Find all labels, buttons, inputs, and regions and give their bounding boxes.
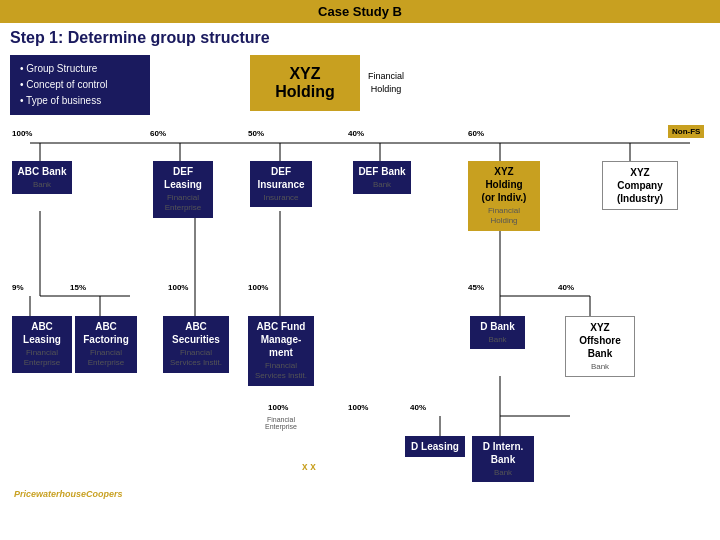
abc-bank-node: ABC Bank Bank	[12, 161, 72, 194]
abc-factoring-sublabel: Financial Enterprise	[80, 348, 132, 369]
step-title: Step 1: Determine group structure	[10, 29, 710, 47]
pct-100c: 100%	[248, 283, 268, 292]
xyz-offshore-node: XYZ Offshore Bank Bank	[565, 316, 635, 377]
abc-fund-label: ABC Fund Manage- ment	[257, 321, 306, 358]
title-text: Case Study B	[318, 4, 402, 19]
d-intern-bank-label: D Intern. Bank	[483, 441, 524, 465]
abc-leasing-node: ABC Leasing Financial Enterprise	[12, 316, 72, 373]
pwc-logo: PricewaterhouseCoopers	[14, 489, 123, 499]
xx-label: x x	[302, 461, 316, 472]
abc-bank-sublabel: Bank	[17, 180, 67, 190]
def-bank-node: DEF Bank Bank	[353, 161, 411, 194]
abc-securities-node: ABC Securities Financial Services Instit…	[163, 316, 229, 373]
xyz-holding-indiv-node: XYZHolding(or Indiv.) FinancialHolding	[468, 161, 540, 231]
d-intern-bank-sublabel: Bank	[477, 468, 529, 478]
d-leasing-label: D Leasing	[411, 441, 459, 452]
abc-securities-sublabel: Financial Services Instit.	[168, 348, 224, 369]
def-leasing-label: DEFLeasing	[164, 166, 202, 190]
pct-40: 40%	[348, 129, 364, 138]
bullet-3: Type of business	[20, 93, 140, 109]
def-insurance-sublabel: Insurance	[255, 193, 307, 203]
org-chart: 100% 60% 50% 40% 60% Non-FS ABC Bank Ban…	[10, 121, 720, 501]
def-leasing-node: DEFLeasing FinancialEnterprise	[153, 161, 213, 218]
xyz-offshore-sublabel: Bank	[571, 362, 629, 372]
def-leasing-sublabel: FinancialEnterprise	[158, 193, 208, 214]
pct-50: 50%	[248, 129, 264, 138]
financial-holding-label: FinancialHolding	[368, 70, 404, 95]
main-content: Step 1: Determine group structure Group …	[0, 23, 720, 507]
pct-40c: 40%	[410, 403, 426, 412]
pct-40b: 40%	[558, 283, 574, 292]
pct-100d: 100%	[348, 403, 368, 412]
bullet-1: Group Structure	[20, 61, 140, 77]
def-insurance-label: DEFInsurance	[257, 166, 304, 190]
d-intern-bank-node: D Intern. Bank Bank	[472, 436, 534, 482]
abc-bank-label: ABC Bank	[18, 166, 67, 177]
pct-100: 100%	[12, 129, 32, 138]
bullet-box: Group Structure Concept of control Type …	[10, 55, 150, 115]
d-bank-sublabel: Bank	[475, 335, 520, 345]
bullet-2: Concept of control	[20, 77, 140, 93]
xyz-holding-indiv-sublabel: FinancialHolding	[473, 206, 535, 227]
xyz-holding-box: XYZ Holding	[250, 55, 360, 111]
abc-factoring-node: ABC Factoring Financial Enterprise	[75, 316, 137, 373]
abc-factoring-label: ABC Factoring	[83, 321, 129, 345]
d-bank-node: D Bank Bank	[470, 316, 525, 349]
abc-fund-node: ABC Fund Manage- ment Financial Services…	[248, 316, 314, 386]
pct-45: 45%	[468, 283, 484, 292]
title-bar: Case Study B	[0, 0, 720, 23]
non-fs-badge: Non-FS	[668, 125, 704, 138]
xyz-company-node: XYZCompany(Industry)	[602, 161, 678, 210]
def-insurance-node: DEFInsurance Insurance	[250, 161, 312, 207]
d-leasing-node: D Leasing	[405, 436, 465, 457]
def-bank-sublabel: Bank	[358, 180, 406, 190]
abc-fund-sublabel: Financial Services Instit.	[253, 361, 309, 382]
d-bank-label: D Bank	[480, 321, 514, 332]
xyz-line1: XYZ	[266, 65, 344, 83]
xyz-offshore-label: XYZ Offshore Bank	[579, 322, 621, 359]
def-bank-label: DEF Bank	[358, 166, 405, 177]
pct-60b: 60%	[468, 129, 484, 138]
pwc-logo-text: PricewaterhouseCoopers	[14, 489, 123, 499]
pct-9: 9%	[12, 283, 24, 292]
abc-leasing-sublabel: Financial Enterprise	[17, 348, 67, 369]
xyz-holding-indiv-label: XYZHolding(or Indiv.)	[482, 166, 527, 203]
abc-securities-label: ABC Securities	[172, 321, 220, 345]
fin-ent-label-3: FinancialEnterprise	[248, 416, 314, 430]
abc-leasing-label: ABC Leasing	[23, 321, 61, 345]
xyz-company-label: XYZCompany(Industry)	[617, 167, 663, 204]
pct-60a: 60%	[150, 129, 166, 138]
pct-100e: 100%	[268, 403, 288, 412]
xyz-line2: Holding	[266, 83, 344, 101]
pct-100b: 100%	[168, 283, 188, 292]
pct-15: 15%	[70, 283, 86, 292]
